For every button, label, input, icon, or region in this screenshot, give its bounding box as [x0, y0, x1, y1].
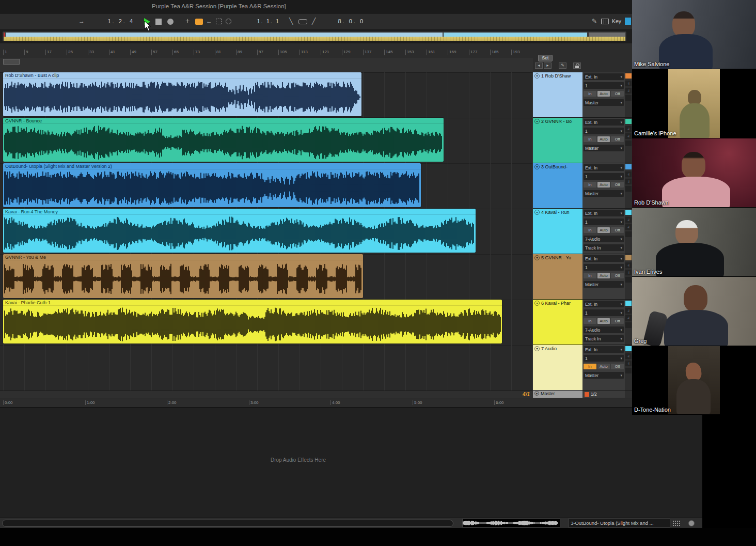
input-channel-dropdown[interactable]: 1▾ — [584, 355, 624, 362]
monitor-auto-button[interactable]: Auto — [597, 227, 610, 233]
output-dropdown[interactable]: Master▾ — [584, 145, 624, 151]
info-line[interactable] — [2, 520, 453, 527]
monitor-off-button[interactable]: Off — [611, 182, 624, 188]
prev-locator-icon[interactable]: ◄ — [535, 63, 543, 69]
monitor-auto-button[interactable]: Auto — [597, 364, 610, 369]
record-button[interactable] — [167, 19, 174, 25]
punch-out-icon[interactable]: ╱ — [312, 18, 316, 25]
draw-pencil-icon[interactable]: ✎ — [592, 18, 597, 25]
monitor-off-button[interactable]: Off — [611, 318, 624, 324]
input-channel-dropdown[interactable]: 1▾ — [584, 309, 624, 316]
monitor-off-button[interactable]: Off — [611, 136, 624, 142]
arrangement-overview[interactable] — [2, 31, 627, 41]
video-tile[interactable]: Mike Salvione — [632, 0, 756, 69]
input-channel-dropdown[interactable]: 1▾ — [584, 82, 624, 89]
monitor-auto-button[interactable]: Auto — [597, 182, 610, 188]
video-tile[interactable]: Camille's iPhone — [632, 69, 756, 138]
monitor-off-button[interactable]: Off — [611, 273, 624, 278]
master-track-header[interactable]: ▾Master — [533, 391, 582, 398]
monitor-off-button[interactable]: Off — [611, 91, 624, 97]
track-header[interactable]: ▾7 Audio — [533, 345, 582, 391]
input-type-dropdown[interactable]: Ext. In▾ — [584, 73, 624, 80]
master-track-lane[interactable]: 4/1 — [0, 391, 533, 398]
back-to-arrangement-icon[interactable]: ← — [206, 18, 212, 25]
audio-clip[interactable]: Kavai - Run 4 The Money — [3, 209, 476, 253]
monitor-in-button[interactable]: In — [584, 227, 596, 233]
input-type-dropdown[interactable]: Ext. In▾ — [584, 210, 624, 216]
new-midi-icon[interactable]: + — [185, 17, 190, 25]
input-type-dropdown[interactable]: Ext. In▾ — [584, 164, 624, 171]
position-display[interactable]: 1. 2. 4 — [91, 18, 134, 24]
lock-envelopes-icon[interactable] — [573, 63, 581, 69]
monitor-in-button[interactable]: In — [584, 91, 596, 97]
unfold-track-icon[interactable]: ▾ — [534, 255, 540, 260]
set-locator-button[interactable]: Set — [538, 55, 553, 61]
clip-preview-waveform[interactable] — [462, 519, 560, 527]
follow-icon[interactable]: → — [78, 18, 85, 25]
input-type-dropdown[interactable]: Ext. In▾ — [584, 255, 624, 262]
monitor-in-button[interactable]: In — [584, 364, 596, 369]
monitor-in-button[interactable]: In — [584, 318, 596, 324]
output-dropdown[interactable]: Master▾ — [584, 190, 624, 197]
monitor-in-button[interactable]: In — [584, 273, 596, 278]
audio-clip[interactable]: Kavai - Pharlie Cuth-1 — [3, 300, 502, 344]
track-header[interactable]: ▾3 OutBound- — [533, 163, 582, 209]
audio-clip[interactable]: OutBound- Utopia (Slight Mix and Master … — [3, 163, 421, 207]
monitor-off-button[interactable]: Off — [611, 227, 624, 233]
output-dropdown[interactable]: Master▾ — [584, 99, 624, 106]
unfold-master-icon[interactable]: ▾ — [534, 391, 539, 396]
output-dropdown[interactable]: 7-Audio▾ — [584, 326, 624, 333]
video-tile[interactable]: Ivan Erives — [632, 208, 756, 277]
automation-pencil-icon[interactable]: ✎ — [559, 63, 566, 69]
audio-clip[interactable]: GVNNR - You & Me — [3, 254, 363, 298]
video-tile[interactable]: D-Tone-Nation — [632, 346, 756, 415]
input-type-dropdown[interactable]: Ext. In▾ — [584, 346, 624, 353]
input-type-dropdown[interactable]: Ext. In▾ — [584, 301, 624, 307]
track-header[interactable]: ▾6 Kavai - Phar — [533, 300, 582, 345]
track-header[interactable]: ▾5 GVNNR - Yo — [533, 254, 582, 300]
monitor-auto-button[interactable]: Auto — [597, 273, 610, 278]
monitor-auto-button[interactable]: Auto — [597, 136, 610, 142]
next-locator-icon[interactable]: ► — [544, 63, 552, 69]
track-header[interactable]: ▾2 GVNNR - Bo — [533, 118, 582, 163]
loop-length-display[interactable]: 8. 0. 0 — [325, 18, 365, 24]
draw-mode-icon[interactable] — [216, 19, 222, 24]
time-ruler[interactable]: 0:001:002:003:004:005:006:00 — [0, 398, 632, 407]
track-header[interactable]: ▾4 Kavai - Run — [533, 209, 582, 254]
midi-indicator[interactable] — [625, 18, 631, 25]
input-channel-dropdown[interactable]: 1▾ — [584, 219, 624, 225]
monitor-in-button[interactable]: In — [584, 136, 596, 142]
loop-brace[interactable] — [3, 59, 20, 65]
monitor-auto-button[interactable]: Auto — [597, 91, 610, 97]
device-view[interactable]: Drop Audio Effects Here — [0, 407, 702, 518]
automation-mode-icon[interactable] — [226, 19, 231, 24]
output-channel-dropdown[interactable]: Track In▾ — [584, 335, 624, 342]
video-tile[interactable]: Greg — [632, 277, 756, 346]
punch-in-icon[interactable]: ╲ — [289, 18, 293, 25]
scrub-area[interactable] — [0, 58, 533, 72]
video-tile[interactable]: Rob D'Shawn — [632, 138, 756, 208]
audio-clip[interactable]: GVNNR - Bounce — [3, 118, 444, 162]
stop-button[interactable] — [155, 19, 162, 25]
audio-clip[interactable]: Rob D'Shawn - Bust A clip — [3, 72, 361, 116]
output-dropdown[interactable]: Master▾ — [584, 372, 624, 379]
unfold-track-icon[interactable]: ▾ — [534, 346, 540, 351]
unfold-track-icon[interactable]: ▾ — [534, 301, 540, 306]
track-header[interactable]: ▾1 Rob D'Shaw — [533, 72, 582, 118]
key-map-label[interactable]: Key — [612, 18, 621, 24]
input-type-dropdown[interactable]: Ext. In▾ — [584, 119, 624, 126]
loop-icon[interactable] — [298, 19, 307, 24]
overdub-button[interactable] — [195, 19, 203, 25]
input-channel-dropdown[interactable]: 1▾ — [584, 264, 624, 271]
output-channel-dropdown[interactable]: Track In▾ — [584, 244, 624, 251]
master-routing[interactable]: 1/2 — [582, 391, 625, 398]
monitor-auto-button[interactable]: Auto — [597, 318, 610, 324]
unfold-track-icon[interactable]: ▾ — [534, 164, 540, 169]
monitor-in-button[interactable]: In — [584, 182, 596, 188]
keyboard-map-icon[interactable] — [601, 19, 609, 24]
beat-time-ruler[interactable]: 1917253341495765738189971051131211291371… — [0, 43, 533, 58]
selected-clip-info[interactable]: 3-OutBound- Utopia (Slight Mix and ... — [568, 519, 670, 527]
arrangement-position-display[interactable]: 1. 1. 1 — [243, 18, 280, 24]
unfold-track-icon[interactable]: ▾ — [534, 119, 540, 124]
drag-handle-icon[interactable] — [672, 520, 680, 527]
